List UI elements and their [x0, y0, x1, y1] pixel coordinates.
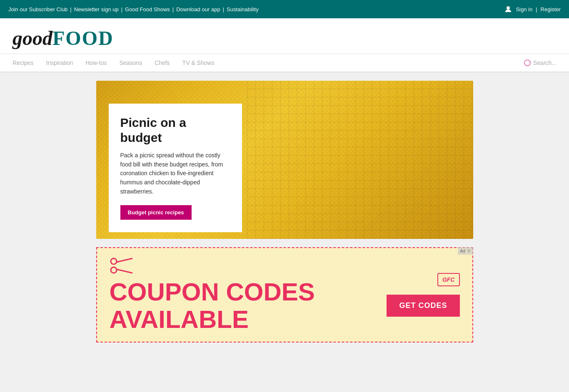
svg-point-1: [111, 258, 117, 264]
nav-chefs[interactable]: Chefs: [155, 60, 170, 66]
user-icon: [504, 5, 512, 13]
scissors-icon: [110, 256, 315, 275]
logo[interactable]: good FOOD: [12, 27, 557, 50]
subscriber-club-link[interactable]: Join our Subscriber Club: [8, 6, 67, 12]
ad-container[interactable]: COUPON CODES AVAILABLE GFC GET CODES: [96, 247, 473, 342]
top-bar-auth: Sign in | Register: [504, 5, 561, 13]
ad-title: COUPON CODES AVAILABLE: [110, 278, 315, 333]
top-bar-links: Join our Subscriber Club | Newsletter si…: [8, 6, 259, 12]
ad-close-button[interactable]: ✕: [467, 248, 471, 254]
nav-bar: Recipes Inspiration How-tos Seasons Chef…: [0, 54, 569, 72]
nav-items: Recipes Inspiration How-tos Seasons Chef…: [12, 60, 215, 66]
main-content: Picnic on a budget Pack a picnic spread …: [93, 72, 476, 351]
download-app-link[interactable]: Download our app: [176, 6, 220, 12]
svg-line-4: [116, 269, 132, 273]
nav-how-tos[interactable]: How-tos: [85, 60, 107, 66]
separator-4: |: [223, 6, 224, 12]
svg-line-3: [116, 258, 132, 262]
separator-2: |: [121, 6, 122, 12]
sustainability-link[interactable]: Sustainability: [227, 6, 259, 12]
ad-right: GFC GET CODES: [387, 273, 459, 317]
hero-title: Picnic on a budget: [120, 115, 230, 145]
svg-point-2: [111, 267, 117, 273]
nav-search[interactable]: Search...: [524, 60, 557, 66]
hero-description: Pack a picnic spread without the costly …: [120, 151, 230, 196]
header: good FOOD: [0, 18, 569, 54]
auth-separator: |: [536, 6, 537, 12]
get-codes-button[interactable]: GET CODES: [387, 295, 459, 317]
gfc-badge: GFC: [437, 273, 460, 286]
nav-recipes[interactable]: Recipes: [12, 60, 34, 66]
search-icon: [524, 60, 531, 66]
ad-label: Ad: [460, 249, 465, 253]
svg-point-0: [507, 6, 510, 10]
logo-food: FOOD: [52, 27, 114, 50]
register-link[interactable]: Register: [541, 6, 561, 12]
separator-1: |: [70, 6, 71, 12]
nav-seasons[interactable]: Seasons: [120, 60, 142, 66]
search-label: Search...: [533, 60, 557, 66]
ad-label-bar: Ad ✕: [458, 247, 473, 255]
sign-in-link[interactable]: Sign in: [516, 6, 532, 12]
nav-tv-shows[interactable]: TV & Shows: [182, 60, 215, 66]
logo-good: good: [12, 27, 52, 50]
top-bar: Join our Subscriber Club | Newsletter si…: [0, 0, 569, 18]
newsletter-link[interactable]: Newsletter sign up: [74, 6, 119, 12]
ad-section: Ad ✕ COUPON CODES AVAILABLE: [96, 247, 473, 342]
good-food-shows-link[interactable]: Good Food Shows: [125, 6, 170, 12]
ad-left: COUPON CODES AVAILABLE: [110, 256, 315, 333]
hero-text-box: Picnic on a budget Pack a picnic spread …: [109, 104, 242, 232]
nav-inspiration[interactable]: Inspiration: [46, 60, 73, 66]
separator-3: |: [172, 6, 174, 12]
hero-cta-button[interactable]: Budget picnic recipes: [120, 205, 192, 220]
hero-section: Picnic on a budget Pack a picnic spread …: [96, 81, 473, 239]
